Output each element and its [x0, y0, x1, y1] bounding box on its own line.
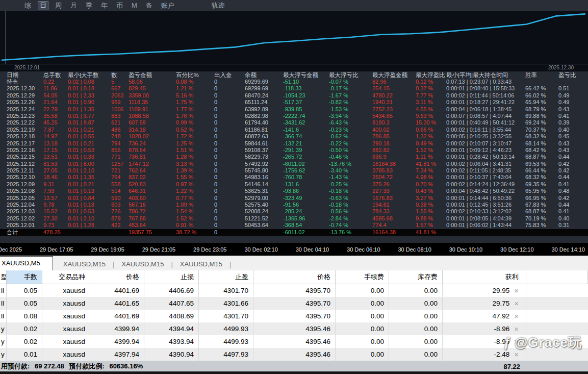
time-axis-label: 29 Dec 17:05: [40, 246, 73, 253]
toolbar-item-周[interactable]: 周: [53, 1, 64, 10]
position-row[interactable]: y0.02xauusd4399.944394.944499.934395.460…: [0, 322, 588, 335]
toolbar-item-账户[interactable]: 账户: [159, 1, 176, 10]
position-open-price: 4401.65: [90, 297, 144, 310]
position-profit: 29.95×: [443, 284, 526, 297]
position-row[interactable]: ll0.08xauusd4401.694408.694301.704395.70…: [0, 310, 588, 322]
tab-xauusd-m5[interactable]: XAUUSD,M5: [0, 256, 53, 270]
equity-chart: 2025.12.01 2025.12.30: [0, 11, 588, 71]
margin-level-value: 60636.16%: [109, 362, 143, 370]
top-toolbar: 综日周月季年币M备账户轨迹: [0, 0, 588, 11]
positions-header-profit[interactable]: 获利: [443, 270, 526, 284]
time-axis-label: 30 Dec 14:10: [551, 246, 584, 253]
stats-row: 2025.12.3011.860.01 | 0.18667829.451.21 …: [0, 85, 588, 92]
stats-row: 2025.12.0513.570.01 | 0.84590403.600.77 …: [0, 195, 588, 202]
positions-header-sl[interactable]: 止损: [144, 270, 199, 284]
position-current-price: 4395.46: [253, 348, 336, 361]
positions-header-symbol[interactable]: 交易品种: [42, 270, 90, 284]
equity-curve-line: [2, 14, 585, 60]
positions-table: 型手数交易品种价格止损止盈价格手续费库存费获利 ll0.05xauusd4401…: [0, 270, 588, 361]
stats-header-col-6: 出入金: [214, 71, 245, 79]
stats-row: 2025.12.2335.580.01 | 3.778831088.581.76…: [0, 113, 588, 119]
stats-row: 2025.12.197.870.01 | 0.21486314.180.52 %…: [0, 127, 588, 133]
tab-separator: |: [112, 261, 115, 270]
profit-value: -2.48: [494, 351, 509, 358]
positions-header-type[interactable]: 型: [0, 270, 7, 284]
position-commission: 0.00: [336, 284, 389, 297]
status-bar: 用预付款: 69 272.48 预付款比例: 60636.16% 87.22: [0, 361, 588, 371]
positions-header-tp[interactable]: 止盈: [199, 270, 253, 284]
position-open-price: 4397.94: [90, 348, 144, 361]
stats-header-col-14: 盈亏比: [558, 71, 588, 79]
position-row[interactable]: ll0.05xauusd4401.694406.694301.704395.70…: [0, 284, 588, 297]
close-position-icon[interactable]: ×: [514, 325, 519, 333]
position-tp: 4497.93: [199, 348, 253, 361]
toolbar-item-日[interactable]: 日: [38, 1, 48, 10]
free-margin-label: 用预付款:: [1, 362, 30, 370]
position-profit: 47.92×: [443, 310, 526, 322]
positions-header-swap[interactable]: 库存费: [389, 270, 443, 284]
stats-body: 持仓0.220.02 | 0.08558.060.08 %069299.69-5…: [0, 79, 588, 236]
stats-row: 2025.12.2621.640.01 | 0.909691118.351.75…: [0, 99, 588, 106]
stats-row: 2025.12.2422.790.01 | 1.3510061109.911.7…: [0, 106, 588, 113]
stats-row: 2025.12.049.780.01 | 0.18603567.161.09 %…: [0, 202, 588, 208]
toolbar-item-轨迹[interactable]: 轨迹: [210, 1, 227, 10]
position-swap: 0.00: [389, 284, 443, 297]
close-position-icon[interactable]: ×: [514, 351, 519, 358]
position-swap: 0.00: [389, 310, 443, 322]
close-position-icon[interactable]: ×: [514, 338, 519, 345]
position-sl: 4406.69: [144, 284, 199, 297]
tab-xauusd-m15[interactable]: XAUUSD,M15: [57, 258, 112, 270]
tab-xauusd-m15[interactable]: XAUUSD,M15: [115, 258, 170, 270]
position-symbol: xauusd: [42, 335, 90, 348]
stats-row: 2025.12.1018.460.01 | 1.35764837.021.55 …: [0, 174, 588, 181]
position-lots: 0.08: [7, 310, 42, 322]
stats-row: 2025.12.0227.300.01 | 2.10879767.881.52 …: [0, 215, 588, 222]
position-tp: 4499.93: [199, 335, 253, 348]
positions-header-open-price[interactable]: 价格: [90, 270, 144, 284]
position-profit: -8.96×: [443, 322, 526, 335]
position-sl: 4394.94: [144, 322, 199, 335]
toolbar-item-季[interactable]: 季: [84, 1, 94, 10]
time-axis-label: 29 Dec 23:05: [193, 246, 226, 253]
position-row[interactable]: ll0.05xauusd4401.654407.654301.664395.70…: [0, 297, 588, 310]
stats-row: 合计478.2519357.7538.72 %0-6011.02-13.76 %…: [0, 229, 588, 236]
positions-body: ll0.05xauusd4401.694406.694301.704395.70…: [0, 284, 588, 361]
time-axis-label: 29 Dec 21:05: [142, 246, 175, 253]
toolbar-item-综[interactable]: 综: [22, 1, 33, 10]
stats-row: 2025.12.0315.520.01 | 0.53726786.721.54 …: [0, 208, 588, 215]
position-row[interactable]: y0.01xauusd4397.944390.944497.934395.460…: [0, 348, 588, 361]
close-position-icon[interactable]: ×: [514, 312, 519, 320]
position-lots: 0.05: [7, 284, 42, 297]
positions-header-current-price[interactable]: 价格: [253, 270, 336, 284]
stats-header-col-11: 最大浮盈比: [416, 71, 446, 79]
stats-row: 2025.12.1617.150.01 | 0.53855878.641.51 …: [0, 147, 588, 154]
position-type: y: [0, 322, 7, 335]
position-row[interactable]: y0.02xauusd4399.944393.944499.934395.460…: [0, 335, 588, 348]
toolbar-item-月[interactable]: 月: [68, 1, 79, 10]
tab-xauusd-m15[interactable]: XAUUSD,M15: [174, 258, 228, 270]
toolbar-item-年[interactable]: 年: [99, 1, 110, 10]
positions-header-commission[interactable]: 手续费: [336, 270, 389, 284]
positions-header-lots[interactable]: 手数: [7, 270, 42, 284]
toolbar-item-备[interactable]: 备: [144, 1, 155, 10]
stats-row: 2025.12.1814.970.01 | 0.557481028.021.72…: [0, 133, 588, 140]
close-position-icon[interactable]: ×: [514, 300, 519, 307]
time-axis-label: 30 Dec 06:10: [347, 246, 380, 253]
time-axis-label: 29 Dec 19:05: [91, 246, 124, 253]
toolbar-item-M[interactable]: M: [130, 1, 139, 10]
stats-row: 2025.12.1127.050.01 | 2.10721762.641.39 …: [0, 167, 588, 174]
stats-row: 2025.12.1713.180.01 | 0.21794736.241.25 …: [0, 140, 588, 147]
total-profit: 87.22: [474, 363, 520, 370]
position-lots: 0.02: [7, 322, 42, 335]
position-open-price: 4399.94: [90, 322, 144, 335]
position-current-price: 4395.70: [253, 297, 336, 310]
position-swap: 0.00: [389, 335, 443, 348]
position-sl: 4408.69: [144, 310, 199, 322]
stats-header-col-13: 胜率: [525, 71, 558, 79]
time-axis-label: 30 Dec 08:10: [398, 246, 431, 253]
margin-level-label: 预付款比例:: [69, 362, 104, 370]
stats-header-col-4: 盈亏金额: [129, 71, 176, 79]
toolbar-item-币[interactable]: 币: [114, 1, 125, 10]
close-position-icon[interactable]: ×: [514, 287, 519, 294]
position-open-price: 4399.94: [90, 335, 144, 348]
